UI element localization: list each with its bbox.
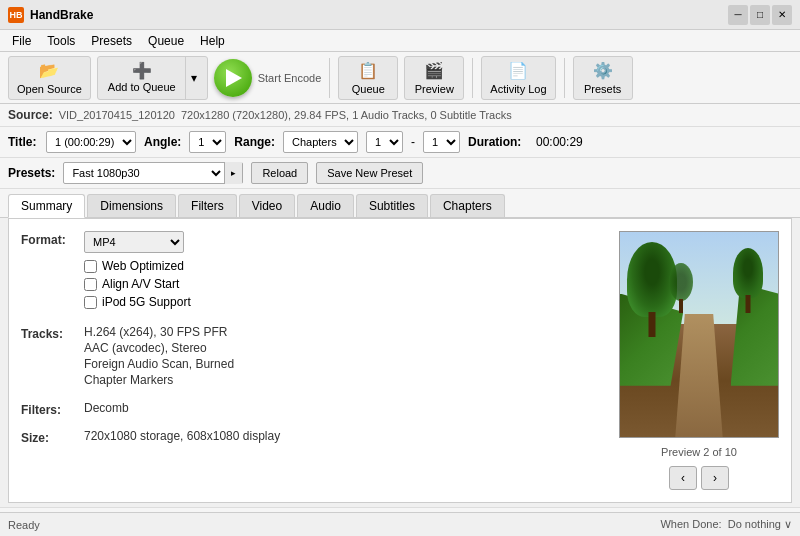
- filters-row: Filters: Decomb: [21, 401, 599, 417]
- menu-tools[interactable]: Tools: [39, 32, 83, 50]
- format-select[interactable]: MP4 MKV WebM: [84, 231, 184, 253]
- filters-value: Decomb: [84, 401, 129, 415]
- add-to-queue-icon: ➕: [132, 63, 152, 79]
- tab-summary[interactable]: Summary: [8, 194, 85, 218]
- ipod-5g-checkbox[interactable]: [84, 296, 97, 309]
- start-encode-button[interactable]: [214, 59, 252, 97]
- content-area: Format: MP4 MKV WebM Web Optimized Align…: [8, 218, 792, 503]
- range-from-select[interactable]: 1: [366, 131, 403, 153]
- range-to-select[interactable]: 1: [423, 131, 460, 153]
- activity-log-icon: 📄: [507, 61, 529, 81]
- align-av-row: Align A/V Start: [84, 277, 191, 291]
- filters-label: Filters:: [21, 401, 76, 417]
- preview-next-button[interactable]: ›: [701, 466, 729, 490]
- preview-navigation: ‹ ›: [669, 466, 729, 490]
- title-label: Title:: [8, 135, 38, 149]
- folder-open-icon: 📂: [38, 61, 60, 81]
- preview-icon: 🎬: [423, 61, 445, 81]
- preview-prev-button[interactable]: ‹: [669, 466, 697, 490]
- tracks-line-4: Chapter Markers: [84, 373, 234, 387]
- title-select[interactable]: 1 (00:00:29): [46, 131, 136, 153]
- angle-select[interactable]: 1: [189, 131, 226, 153]
- source-details: 720x1280 (720x1280), 29.84 FPS, 1 Audio …: [181, 109, 512, 121]
- range-type-select[interactable]: Chapters Seconds Frames: [283, 131, 358, 153]
- web-optimized-checkbox[interactable]: [84, 260, 97, 273]
- maximize-button[interactable]: □: [750, 5, 770, 25]
- start-circle: [214, 59, 252, 97]
- status-bar: Ready When Done: Do nothing ∨: [0, 512, 800, 536]
- toolbar-separator-2: [472, 58, 473, 98]
- menu-file[interactable]: File: [4, 32, 39, 50]
- presets-bar: Presets: Fast 1080p30 Very Fast 1080p30 …: [0, 158, 800, 189]
- window-title: HandBrake: [30, 8, 93, 22]
- preview-panel: Preview 2 of 10 ‹ ›: [619, 231, 779, 490]
- menu-queue[interactable]: Queue: [140, 32, 192, 50]
- align-av-label: Align A/V Start: [102, 277, 179, 291]
- title-bar-controls: ─ □ ✕: [728, 5, 792, 25]
- web-optimized-row: Web Optimized: [84, 259, 191, 273]
- tracks-line-3: Foreign Audio Scan, Burned: [84, 357, 234, 371]
- duration-label: Duration:: [468, 135, 528, 149]
- size-row: Size: 720x1080 storage, 608x1080 display: [21, 429, 599, 445]
- tracks-value: H.264 (x264), 30 FPS PFR AAC (avcodec), …: [84, 325, 234, 389]
- toolbar: 📂 Open Source ➕ Add to Queue ▾ Start Enc…: [0, 52, 800, 104]
- format-row: Format: MP4 MKV WebM Web Optimized Align…: [21, 231, 599, 313]
- tracks-row: Tracks: H.264 (x264), 30 FPS PFR AAC (av…: [21, 325, 599, 389]
- reload-button[interactable]: Reload: [251, 162, 308, 184]
- tab-video[interactable]: Video: [239, 194, 295, 217]
- status-text: Ready: [8, 519, 40, 531]
- size-label: Size:: [21, 429, 76, 445]
- tab-audio[interactable]: Audio: [297, 194, 354, 217]
- tracks-line-1: H.264 (x264), 30 FPS PFR: [84, 325, 234, 339]
- tab-chapters[interactable]: Chapters: [430, 194, 505, 217]
- format-controls: MP4 MKV WebM Web Optimized Align A/V Sta…: [84, 231, 191, 313]
- close-button[interactable]: ✕: [772, 5, 792, 25]
- open-source-button[interactable]: 📂 Open Source: [8, 56, 91, 100]
- size-value: 720x1080 storage, 608x1080 display: [84, 429, 280, 443]
- presets-icon: ⚙️: [592, 61, 614, 81]
- web-optimized-label: Web Optimized: [102, 259, 184, 273]
- preview-button[interactable]: 🎬 Preview: [404, 56, 464, 100]
- tab-bar: Summary Dimensions Filters Video Audio S…: [0, 189, 800, 218]
- menu-presets[interactable]: Presets: [83, 32, 140, 50]
- queue-button[interactable]: 📋 Queue: [338, 56, 398, 100]
- add-to-queue-dropdown-arrow[interactable]: ▾: [185, 56, 203, 100]
- source-label: Source:: [8, 108, 53, 122]
- add-to-queue-split-button[interactable]: ➕ Add to Queue ▾: [97, 56, 208, 100]
- when-done-label: When Done:: [660, 518, 721, 530]
- tracks-line-2: AAC (avcodec), Stereo: [84, 341, 234, 355]
- tree-3: [667, 263, 695, 313]
- toolbar-separator-1: [329, 58, 330, 98]
- presets-select[interactable]: Fast 1080p30 Very Fast 1080p30 HQ 1080p3…: [64, 163, 224, 183]
- presets-select-wrapper: Fast 1080p30 Very Fast 1080p30 HQ 1080p3…: [63, 162, 243, 184]
- title-bar-left: HB HandBrake: [8, 7, 93, 23]
- range-label: Range:: [234, 135, 275, 149]
- minimize-button[interactable]: ─: [728, 5, 748, 25]
- range-separator: -: [411, 135, 415, 149]
- toolbar-separator-3: [564, 58, 565, 98]
- tree-2-top: [733, 248, 763, 298]
- tab-dimensions[interactable]: Dimensions: [87, 194, 176, 217]
- source-bar: Source: VID_20170415_120120 720x1280 (72…: [0, 104, 800, 127]
- presets-arrow-button[interactable]: ▸: [224, 162, 242, 184]
- when-done-value[interactable]: Do nothing ∨: [728, 518, 792, 530]
- presets-label: Presets:: [8, 166, 55, 180]
- align-av-checkbox[interactable]: [84, 278, 97, 291]
- tree-1-trunk: [649, 312, 656, 337]
- save-new-preset-button[interactable]: Save New Preset: [316, 162, 423, 184]
- angle-label: Angle:: [144, 135, 181, 149]
- add-to-queue-main[interactable]: ➕ Add to Queue: [102, 63, 182, 93]
- presets-button[interactable]: ⚙️ Presets: [573, 56, 633, 100]
- tab-subtitles[interactable]: Subtitles: [356, 194, 428, 217]
- preview-scene: [620, 232, 778, 437]
- menu-help[interactable]: Help: [192, 32, 233, 50]
- tab-filters[interactable]: Filters: [178, 194, 237, 217]
- ipod-row: iPod 5G Support: [84, 295, 191, 309]
- tree-3-top: [669, 263, 693, 301]
- preview-image: [619, 231, 779, 438]
- play-triangle-icon: [226, 69, 242, 87]
- activity-log-button[interactable]: 📄 Activity Log: [481, 56, 555, 100]
- ipod-5g-label: iPod 5G Support: [102, 295, 191, 309]
- tree-2: [730, 248, 765, 313]
- title-row: Title: 1 (00:00:29) Angle: 1 Range: Chap…: [0, 127, 800, 158]
